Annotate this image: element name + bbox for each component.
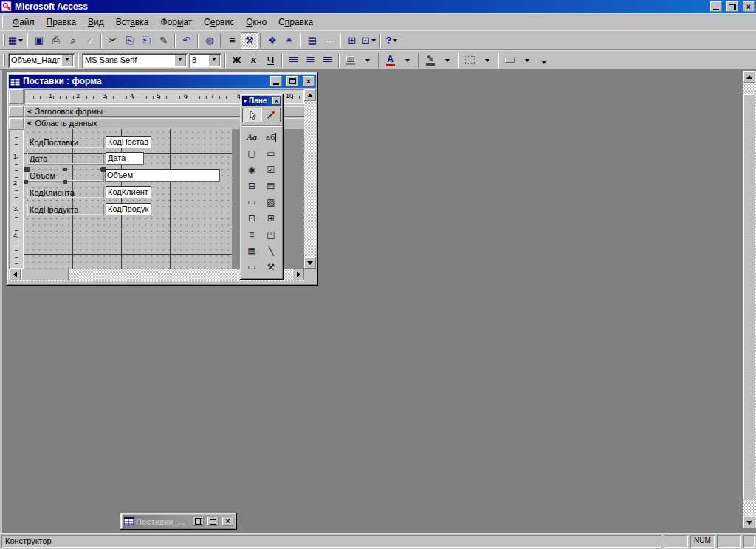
menu-insert[interactable]: Вставка [110, 15, 155, 30]
standard-toolbar-grip[interactable] [3, 34, 5, 46]
menu-help[interactable]: Справка [272, 15, 319, 30]
page-break-tool[interactable]: ≡ [242, 227, 261, 242]
size-handle[interactable] [24, 180, 28, 184]
line-color-button[interactable]: ✎ [422, 52, 439, 69]
min-restore-button[interactable] [193, 517, 204, 526]
field-list-button[interactable]: ≡ [224, 32, 241, 49]
bold-button[interactable]: Ж [228, 52, 245, 69]
form-selector-box[interactable] [9, 89, 24, 104]
paste-button[interactable]: ⎗ [138, 32, 155, 49]
scroll-down-button[interactable] [743, 517, 755, 528]
minimized-window-titlebar[interactable]: Поставки_... × [123, 515, 235, 528]
form-window-titlebar[interactable]: Поставки : форма × [9, 75, 316, 88]
undo-button[interactable]: ↶ [178, 32, 195, 49]
align-center-button[interactable] [302, 52, 319, 69]
menubar-grip[interactable] [2, 15, 4, 28]
min-close-button[interactable]: × [222, 517, 233, 526]
menu-format[interactable]: Формат [154, 15, 198, 30]
section-selector-header[interactable] [9, 106, 24, 117]
menu-tools[interactable]: Сервис [198, 15, 240, 30]
fill-color-button[interactable] [342, 52, 359, 69]
line-color-dropdown[interactable] [439, 52, 456, 69]
object-selector-combo[interactable]: Объем_Надпи [8, 53, 75, 68]
form-close-button[interactable]: × [303, 76, 315, 86]
special-effect-button[interactable] [501, 52, 518, 69]
menu-file[interactable]: Файл [7, 15, 41, 30]
border-width-button[interactable] [461, 52, 478, 69]
border-width-dropdown[interactable] [478, 52, 495, 69]
print-preview-button[interactable]: ⌕ [64, 32, 81, 49]
move-handle[interactable] [101, 167, 106, 172]
help-button[interactable]: ? [383, 32, 400, 49]
subform-subreport-tool[interactable]: ▦ [242, 244, 261, 258]
italic-button[interactable]: К [245, 52, 262, 69]
toolbox-close-button[interactable]: × [272, 97, 281, 105]
formatting-toolbar-grip[interactable] [3, 54, 5, 66]
font-name-dropdown[interactable] [174, 55, 186, 66]
toolbar-options-button[interactable] [535, 52, 552, 69]
format-painter-button[interactable]: ✎ [155, 32, 172, 49]
restore-button[interactable] [726, 1, 738, 12]
option-group-tool[interactable]: ▢ [242, 146, 261, 161]
menu-edit[interactable]: Правка [41, 15, 83, 30]
scroll-left-button[interactable] [9, 269, 21, 280]
detail-section-grid[interactable] [24, 129, 232, 269]
scrollbar-thumb[interactable] [743, 94, 755, 500]
fill-color-dropdown[interactable] [359, 52, 376, 69]
label-control[interactable]: КодПродукта [27, 204, 103, 215]
textbox-control-selected[interactable]: Объем [105, 169, 220, 182]
command-button-tool[interactable]: ▭ [242, 195, 261, 210]
option-button-tool[interactable]: ◉ [242, 162, 261, 177]
size-handle[interactable] [63, 168, 67, 171]
label-tool[interactable]: Aa [242, 130, 261, 145]
select-object-tool[interactable] [242, 108, 261, 122]
font-color-button[interactable]: А [382, 52, 399, 69]
more-controls-tool[interactable]: ⚒ [261, 260, 281, 274]
toggle-button-tool[interactable]: ▭ [261, 146, 281, 161]
min-maximize-button[interactable] [207, 517, 219, 526]
check-box-tool[interactable]: ☑ [261, 162, 281, 177]
font-color-dropdown[interactable] [399, 52, 416, 69]
label-control[interactable]: КодПоставки [27, 137, 103, 148]
textbox-control[interactable]: Дата [106, 152, 144, 165]
workspace-vertical-scrollbar[interactable] [743, 71, 756, 528]
code-button[interactable]: ✴ [281, 32, 298, 49]
label-control[interactable]: КодКлиента [27, 187, 103, 198]
toolbox-titlebar[interactable]: Пане × [242, 96, 281, 106]
menu-window[interactable]: Окно [240, 15, 272, 30]
save-button[interactable]: ▣ [30, 32, 47, 49]
scroll-up-button[interactable] [743, 71, 755, 83]
rectangle-tool[interactable]: ▭ [242, 260, 261, 274]
font-name-combo[interactable]: MS Sans Serif [82, 53, 188, 68]
view-button[interactable]: ▦ [7, 32, 24, 49]
font-size-combo[interactable]: 8 [189, 53, 221, 68]
label-control[interactable]: Дата [27, 153, 103, 164]
move-handle[interactable] [24, 167, 30, 172]
textbox-control[interactable]: КодПостав [106, 136, 151, 148]
line-tool[interactable]: ╲ [261, 244, 281, 258]
toolbox-menu-icon[interactable] [243, 100, 247, 105]
properties-button[interactable]: ▤ [303, 32, 320, 49]
special-effect-dropdown[interactable] [518, 52, 535, 69]
database-window-button[interactable]: ⊞ [343, 32, 360, 49]
autoformat-button[interactable]: ❖ [264, 32, 281, 49]
font-size-dropdown[interactable] [208, 55, 220, 66]
close-button[interactable]: × [743, 1, 755, 12]
copy-button[interactable]: ⎘ [121, 32, 138, 49]
size-handle[interactable] [63, 180, 67, 184]
scroll-right-button[interactable] [292, 269, 304, 280]
form-vertical-scrollbar[interactable] [304, 89, 316, 269]
toolbox-button[interactable]: ⚒ [241, 32, 258, 49]
text-box-tool[interactable]: аб [261, 130, 281, 145]
tab-control-tool[interactable]: ◳ [261, 227, 281, 242]
list-box-tool[interactable]: ▤ [261, 179, 281, 193]
bound-object-frame-tool[interactable]: ⊞ [261, 211, 281, 226]
object-selector-dropdown[interactable] [61, 55, 73, 66]
image-tool[interactable]: ▨ [261, 195, 281, 210]
menu-view[interactable]: Вид [82, 15, 110, 30]
print-button[interactable]: ⎙ [47, 32, 64, 49]
scrollbar-thumb[interactable] [21, 269, 69, 280]
form-minimize-button[interactable] [270, 76, 282, 86]
minimize-button[interactable] [710, 1, 722, 12]
section-selector-detail[interactable] [9, 118, 24, 128]
